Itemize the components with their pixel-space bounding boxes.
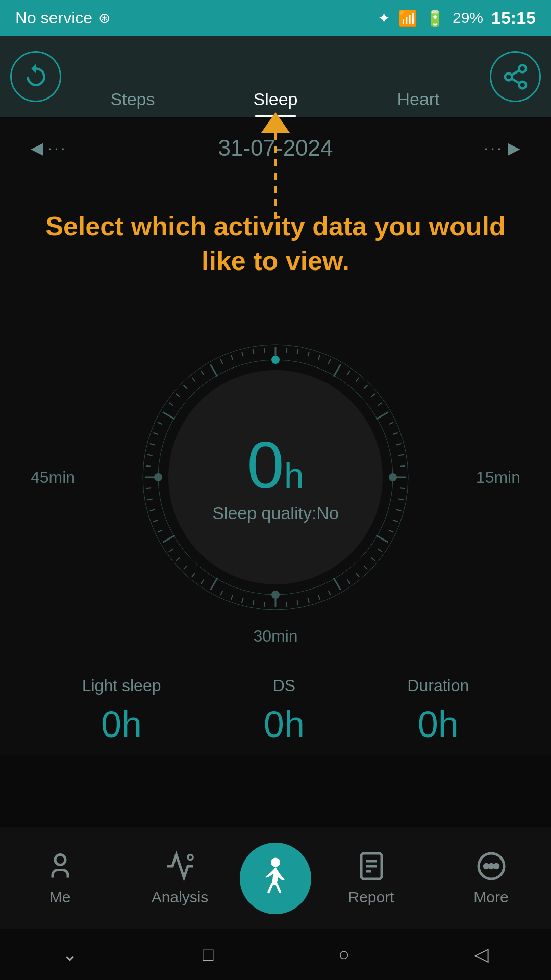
- svg-line-31: [389, 530, 393, 532]
- svg-line-57: [158, 530, 162, 532]
- next-date-button[interactable]: ··· ▶: [484, 138, 520, 158]
- svg-line-4: [511, 70, 519, 75]
- sys-recents-btn[interactable]: ◁: [474, 944, 489, 965]
- svg-line-67: [158, 422, 162, 424]
- nav-report[interactable]: Report: [311, 851, 431, 906]
- svg-line-70: [176, 394, 180, 397]
- svg-line-72: [192, 378, 195, 382]
- status-left: No service ⊛: [15, 9, 110, 28]
- svg-line-68: [163, 412, 174, 420]
- tab-heart[interactable]: Heart: [347, 79, 490, 117]
- date-nav: ◀ ··· 31-07-2024 ··· ▶: [0, 117, 551, 179]
- prev-date-button[interactable]: ◀ ···: [31, 138, 67, 158]
- svg-line-65: [150, 444, 155, 445]
- svg-line-10: [297, 349, 298, 354]
- svg-line-40: [318, 595, 320, 599]
- stat-light-sleep: Light sleep 0h: [82, 676, 161, 745]
- svg-point-82: [271, 591, 280, 599]
- svg-line-35: [364, 566, 367, 569]
- svg-line-50: [211, 578, 218, 590]
- svg-line-37: [347, 580, 350, 584]
- svg-point-86: [271, 857, 280, 867]
- svg-line-15: [347, 371, 350, 375]
- svg-line-36: [356, 573, 359, 577]
- svg-line-27: [400, 488, 405, 489]
- signal-icon: ⊛: [98, 10, 110, 27]
- stat-duration: Duration 0h: [407, 676, 469, 745]
- svg-line-76: [231, 355, 233, 360]
- svg-point-83: [154, 473, 162, 481]
- person-icon: [45, 851, 76, 881]
- label-30min: 30min: [253, 627, 297, 646]
- svg-line-53: [184, 566, 187, 569]
- sys-back-btn[interactable]: ⌄: [62, 944, 78, 965]
- svg-line-54: [176, 558, 180, 561]
- dial-circle: // We'll draw static ticks in SVG: [133, 334, 418, 620]
- share-icon: [502, 63, 530, 91]
- tab-steps[interactable]: Steps: [61, 79, 204, 117]
- svg-line-9: [286, 348, 287, 353]
- svg-line-69: [169, 403, 173, 406]
- bottom-nav: Me Analysis Report: [0, 827, 551, 929]
- top-nav: Steps Sleep Heart: [0, 36, 551, 117]
- svg-line-11: [308, 352, 309, 357]
- svg-line-28: [398, 499, 404, 500]
- home-center-icon: [253, 855, 298, 901]
- svg-line-43: [286, 602, 287, 607]
- dial-quality: Sleep quality:No: [212, 503, 339, 523]
- svg-line-20: [376, 412, 388, 420]
- share-button[interactable]: [490, 51, 541, 102]
- bluetooth-icon: ✦: [378, 9, 390, 27]
- svg-line-34: [371, 558, 375, 561]
- chart-icon: [165, 851, 195, 881]
- svg-line-79: [264, 348, 265, 353]
- svg-line-51: [201, 580, 204, 584]
- time-display: 15:15: [491, 8, 536, 28]
- svg-point-80: [271, 356, 280, 364]
- sleep-stats: Light sleep 0h DS 0h Duration 0h: [0, 656, 551, 755]
- svg-line-77: [242, 352, 243, 357]
- svg-line-78: [253, 349, 254, 354]
- system-nav: ⌄ □ ○ ◁: [0, 929, 551, 980]
- sys-circle-btn[interactable]: ○: [338, 944, 349, 965]
- svg-line-42: [297, 600, 298, 605]
- svg-line-45: [264, 602, 265, 607]
- svg-line-48: [231, 595, 233, 599]
- svg-line-49: [220, 591, 222, 595]
- svg-line-30: [393, 520, 397, 522]
- svg-point-94: [494, 864, 498, 868]
- status-bar: No service ⊛ ✦ 📶 🔋 29% 15:15: [0, 0, 551, 36]
- battery-icon: 🔋: [425, 9, 444, 27]
- svg-line-3: [511, 78, 519, 83]
- tab-sleep[interactable]: Sleep: [204, 79, 347, 117]
- tabs-container: Steps Sleep Heart: [61, 36, 490, 117]
- svg-line-18: [371, 394, 375, 397]
- nav-home-center[interactable]: [240, 843, 311, 914]
- svg-line-16: [356, 378, 359, 382]
- svg-line-25: [400, 466, 405, 467]
- refresh-button[interactable]: [10, 51, 61, 102]
- nav-more[interactable]: More: [431, 851, 551, 906]
- svg-point-0: [519, 65, 526, 72]
- sys-home-btn[interactable]: □: [203, 944, 214, 965]
- svg-line-71: [184, 385, 187, 389]
- nav-analysis[interactable]: Analysis: [120, 851, 240, 906]
- svg-line-14: [334, 364, 341, 376]
- svg-line-60: [147, 499, 153, 500]
- stat-ds: DS 0h: [264, 676, 305, 745]
- svg-line-47: [242, 598, 243, 603]
- nav-me[interactable]: Me: [0, 851, 120, 906]
- svg-line-13: [329, 359, 331, 364]
- svg-line-23: [396, 444, 402, 445]
- svg-point-81: [389, 473, 397, 481]
- wifi-icon: 📶: [398, 9, 417, 27]
- svg-line-46: [253, 600, 254, 605]
- svg-line-52: [192, 573, 195, 577]
- main-content: Select which activity data you would lik…: [0, 179, 551, 755]
- svg-line-24: [398, 455, 404, 456]
- svg-line-19: [378, 403, 382, 406]
- svg-line-64: [147, 455, 153, 456]
- svg-line-32: [376, 535, 388, 543]
- svg-line-75: [220, 359, 222, 364]
- svg-line-21: [389, 422, 393, 424]
